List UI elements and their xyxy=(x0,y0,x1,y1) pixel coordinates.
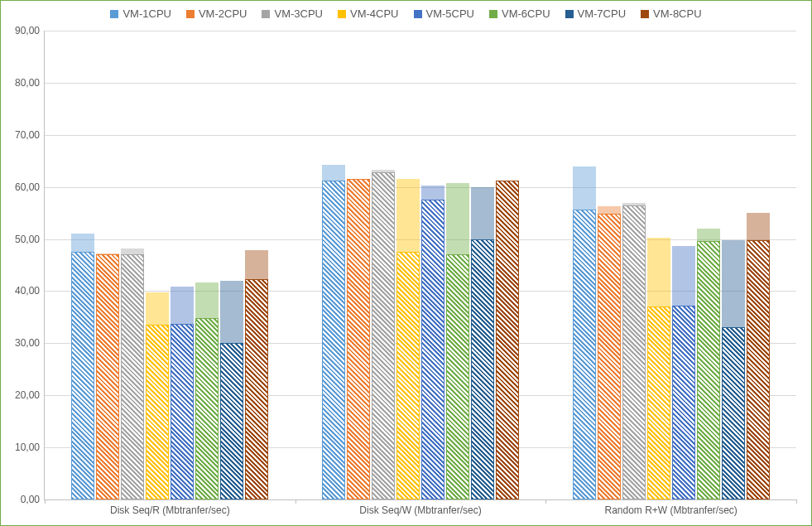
bar xyxy=(421,31,444,499)
bar-front-layer xyxy=(146,325,169,499)
legend-swatch xyxy=(338,10,346,18)
bar xyxy=(347,31,370,499)
legend-swatch xyxy=(641,10,649,18)
legend-label: VM-2CPU xyxy=(199,7,247,20)
legend-item: VM-1CPU xyxy=(110,7,171,20)
bar-groups: Disk Seq/R (Mbtranfer/sec)Disk Seq/W (Mb… xyxy=(45,31,796,499)
legend-label: VM-1CPU xyxy=(123,7,171,20)
bar xyxy=(747,31,770,499)
bar-front-layer xyxy=(573,210,596,499)
bar xyxy=(722,31,745,499)
bar-front-layer xyxy=(471,239,494,499)
bar-front-layer xyxy=(195,318,219,499)
bar xyxy=(598,31,621,499)
bar-front-layer xyxy=(421,200,444,499)
x-tick-label: Random R+W (Mbtranfer/sec) xyxy=(545,504,796,516)
x-tick xyxy=(295,499,296,504)
x-tick-label: Disk Seq/R (Mbtranfer/sec) xyxy=(45,504,295,516)
bar-front-layer xyxy=(322,181,345,499)
legend-swatch xyxy=(489,10,497,18)
bar xyxy=(220,31,243,499)
bar xyxy=(622,31,646,499)
legend-swatch xyxy=(414,10,422,18)
y-tick-label: 10,00 xyxy=(15,442,40,453)
y-tick-label: 30,00 xyxy=(15,337,40,349)
legend-label: VM-7CPU xyxy=(578,7,627,20)
x-tick xyxy=(45,499,46,504)
legend-item: VM-6CPU xyxy=(489,7,550,20)
bar xyxy=(496,31,519,499)
bar xyxy=(471,31,494,499)
bar xyxy=(372,31,395,499)
legend-swatch xyxy=(565,10,574,18)
bar xyxy=(322,31,345,499)
legend-swatch xyxy=(186,10,195,18)
legend-item: VM-4CPU xyxy=(338,7,399,20)
y-tick-label: 60,00 xyxy=(15,181,40,193)
bar-front-layer xyxy=(372,172,395,499)
bar-front-layer xyxy=(722,327,745,499)
bar-front-layer xyxy=(697,241,720,499)
bar xyxy=(171,31,194,499)
bar-group: Disk Seq/W (Mbtranfer/sec) xyxy=(295,31,546,499)
y-tick-label: 20,00 xyxy=(15,389,40,401)
y-tick-label: 70,00 xyxy=(15,129,40,141)
bar xyxy=(573,31,596,499)
bar-front-layer xyxy=(647,306,670,499)
y-tick-label: 40,00 xyxy=(15,285,40,297)
legend: VM-1CPUVM-2CPUVM-3CPUVM-4CPUVM-5CPUVM-6C… xyxy=(1,7,811,20)
bar xyxy=(121,31,144,499)
legend-label: VM-5CPU xyxy=(426,7,475,20)
bar-front-layer xyxy=(245,279,268,499)
x-tick xyxy=(796,499,797,504)
bar xyxy=(446,31,469,499)
bar-front-layer xyxy=(496,181,519,499)
chart-frame: VM-1CPUVM-2CPUVM-3CPUVM-4CPUVM-5CPUVM-6C… xyxy=(0,0,812,526)
legend-label: VM-6CPU xyxy=(502,7,550,20)
legend-item: VM-5CPU xyxy=(414,7,475,20)
y-tick-label: 80,00 xyxy=(15,77,40,89)
legend-label: VM-3CPU xyxy=(274,7,323,20)
bar-front-layer xyxy=(446,254,469,499)
bar xyxy=(697,31,720,499)
bar-front-layer xyxy=(96,254,119,499)
legend-item: VM-2CPU xyxy=(186,7,247,20)
legend-item: VM-7CPU xyxy=(565,7,627,20)
bar-group: Random R+W (Mbtranfer/sec) xyxy=(545,31,796,499)
plot-area: 0,0010,0020,0030,0040,0050,0060,0070,008… xyxy=(44,31,796,500)
bar-front-layer xyxy=(71,252,94,499)
legend-swatch xyxy=(110,10,118,18)
x-tick-label: Disk Seq/W (Mbtranfer/sec) xyxy=(295,504,546,516)
bar-front-layer xyxy=(672,306,695,499)
bar-front-layer xyxy=(220,343,243,499)
bar-front-layer xyxy=(396,252,420,499)
legend-item: VM-3CPU xyxy=(262,7,323,20)
bar-front-layer xyxy=(598,214,621,499)
bar xyxy=(195,31,219,499)
bar-front-layer xyxy=(622,205,646,499)
legend-swatch xyxy=(262,10,270,18)
bar xyxy=(71,31,94,499)
bar xyxy=(96,31,119,499)
bar xyxy=(672,31,695,499)
bar-front-layer xyxy=(747,240,770,499)
bar-front-layer xyxy=(121,254,144,499)
x-tick xyxy=(545,499,546,504)
bar xyxy=(647,31,670,499)
legend-label: VM-8CPU xyxy=(653,7,702,20)
bar-front-layer xyxy=(347,179,370,499)
y-tick-label: 0,00 xyxy=(21,494,40,505)
bar xyxy=(146,31,169,499)
bar-front-layer xyxy=(171,324,194,499)
legend-label: VM-4CPU xyxy=(350,7,399,20)
bar xyxy=(396,31,420,499)
y-tick-label: 50,00 xyxy=(15,234,40,245)
bar xyxy=(245,31,268,499)
y-tick-label: 90,00 xyxy=(15,25,40,36)
legend-item: VM-8CPU xyxy=(641,7,702,20)
bar-group: Disk Seq/R (Mbtranfer/sec) xyxy=(45,31,295,499)
